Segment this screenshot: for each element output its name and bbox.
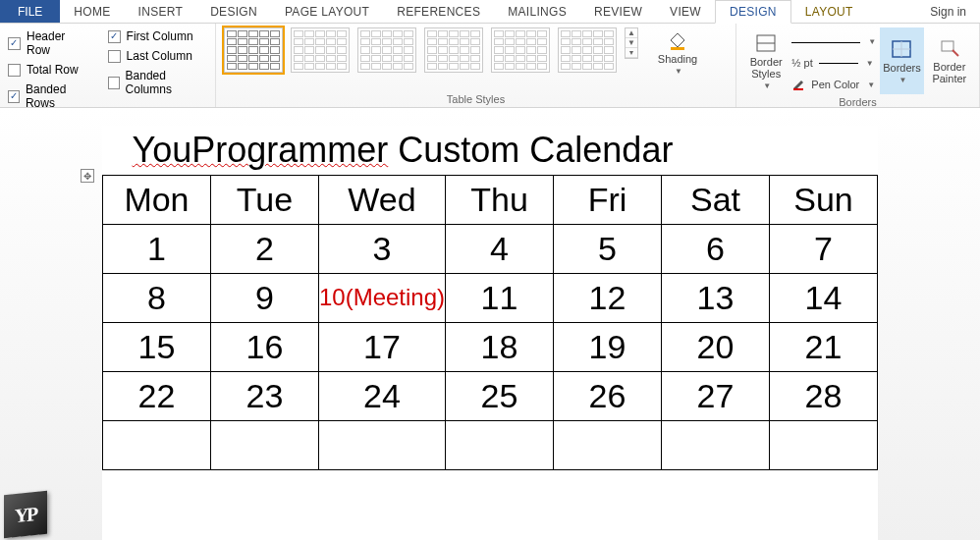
- calendar-cell[interactable]: 15: [102, 322, 210, 371]
- tab-file[interactable]: FILE: [0, 0, 60, 23]
- calendar-cell[interactable]: 4: [446, 224, 554, 273]
- calendar-cell[interactable]: [446, 420, 554, 469]
- calendar-cell[interactable]: 22: [102, 371, 210, 420]
- tab-design[interactable]: DESIGN: [196, 0, 271, 23]
- border-styles-button[interactable]: Border Styles ▼: [744, 27, 788, 94]
- calendar-cell[interactable]: 28: [770, 371, 878, 420]
- checkbox-icon: ✓: [108, 30, 121, 43]
- day-header[interactable]: Fri: [554, 175, 662, 224]
- calendar-cell[interactable]: [662, 420, 770, 469]
- calendar-cell[interactable]: 19: [554, 322, 662, 371]
- table-style-thumb[interactable]: [424, 27, 483, 73]
- calendar-cell[interactable]: 3: [318, 224, 445, 273]
- calendar-cell[interactable]: 6: [662, 224, 770, 273]
- calendar-cell[interactable]: 2: [210, 224, 318, 273]
- chk-banded-rows[interactable]: ✓ Banded Rows: [8, 82, 92, 110]
- calendar-cell-meeting[interactable]: 10(Meeting): [318, 273, 445, 322]
- painter-icon: [938, 37, 961, 59]
- group-table-styles: ▲ ▼ ▾ Shading ▼ Table Styles: [216, 24, 736, 107]
- gallery-up-icon[interactable]: ▲: [626, 28, 637, 38]
- gallery-down-icon[interactable]: ▼: [626, 38, 637, 48]
- line-sample-icon: [791, 42, 860, 46]
- calendar-cell[interactable]: 24: [318, 371, 445, 420]
- line-width-dropdown[interactable]: ½ pt ▼: [791, 53, 876, 73]
- table-style-thumb[interactable]: [491, 27, 550, 73]
- checkbox-icon: [108, 77, 120, 89]
- calendar-cell[interactable]: 18: [446, 322, 554, 371]
- chk-first-column[interactable]: ✓ First Column: [108, 29, 207, 43]
- calendar-cell[interactable]: [102, 420, 210, 469]
- btn-label: Shading: [658, 53, 697, 65]
- gallery-more-icon[interactable]: ▾: [626, 48, 637, 58]
- calendar-cell[interactable]: 12: [554, 273, 662, 322]
- line-style-dropdown[interactable]: ▼: [791, 31, 876, 51]
- chk-last-column[interactable]: Last Column: [108, 49, 207, 63]
- calendar-cell[interactable]: 16: [210, 322, 318, 371]
- sign-in-link[interactable]: Sign in: [916, 0, 980, 23]
- calendar-cell[interactable]: [318, 420, 445, 469]
- day-header[interactable]: Thu: [446, 175, 554, 224]
- calendar-cell[interactable]: 9: [210, 273, 318, 322]
- table-row: Mon Tue Wed Thu Fri Sat Sun: [102, 175, 877, 224]
- tab-insert[interactable]: INSERT: [125, 0, 197, 23]
- calendar-cell[interactable]: 21: [770, 322, 878, 371]
- tab-view[interactable]: VIEW: [656, 0, 715, 23]
- table-style-thumb[interactable]: [357, 27, 416, 73]
- chevron-down-icon: ▼: [675, 67, 682, 76]
- tab-references[interactable]: REFERENCES: [383, 0, 494, 23]
- pen-color-dropdown[interactable]: Pen Color ▼: [791, 75, 876, 94]
- calendar-cell[interactable]: [554, 420, 662, 469]
- calendar-cell[interactable]: 26: [554, 371, 662, 420]
- group-borders: Border Styles ▼ ▼ ½ pt ▼ Pen Color: [736, 24, 980, 107]
- checkbox-icon: ✓: [8, 90, 20, 103]
- calendar-cell[interactable]: 1: [102, 224, 210, 273]
- chk-banded-columns[interactable]: Banded Columns: [108, 69, 207, 96]
- checkbox-icon: ✓: [8, 37, 21, 50]
- calendar-cell[interactable]: 27: [662, 371, 770, 420]
- border-painter-button[interactable]: Border Painter: [928, 27, 971, 94]
- calendar-cell[interactable]: 20: [662, 322, 770, 371]
- table-styles-gallery: ▲ ▼ ▾: [224, 27, 638, 73]
- borders-button[interactable]: Borders ▼: [880, 27, 923, 94]
- chevron-down-icon: ▼: [868, 37, 876, 46]
- calendar-cell[interactable]: 17: [318, 322, 445, 371]
- calendar-cell[interactable]: 25: [446, 371, 554, 420]
- tab-home[interactable]: HOME: [60, 0, 124, 23]
- calendar-cell[interactable]: 13: [662, 273, 770, 322]
- width-value: ½ pt: [791, 57, 812, 69]
- table-row: 22 23 24 25 26 27 28: [102, 371, 877, 420]
- table-move-handle[interactable]: ✥: [81, 169, 94, 183]
- day-header[interactable]: Wed: [318, 175, 445, 224]
- table-row: [102, 420, 877, 469]
- calendar-cell[interactable]: 14: [770, 273, 878, 322]
- ribbon-body: ✓ Header Row Total Row ✓ Banded Rows ✓ F…: [0, 24, 980, 108]
- page: YouProgrammer Custom Calendar Mon Tue We…: [102, 126, 878, 540]
- chevron-down-icon: ▼: [899, 76, 907, 84]
- chk-header-row[interactable]: ✓ Header Row: [8, 29, 92, 57]
- calendar-cell[interactable]: 23: [210, 371, 318, 420]
- calendar-cell[interactable]: 7: [770, 224, 878, 273]
- chk-total-row[interactable]: Total Row: [8, 63, 92, 77]
- tab-table-design[interactable]: DESIGN: [715, 0, 791, 24]
- tab-review[interactable]: REVIEW: [580, 0, 656, 23]
- tab-mailings[interactable]: MAILINGS: [494, 0, 580, 23]
- tab-table-layout[interactable]: LAYOUT: [791, 0, 867, 23]
- borders-icon: [890, 38, 913, 60]
- calendar-cell[interactable]: 5: [554, 224, 662, 273]
- day-header[interactable]: Mon: [102, 175, 210, 224]
- shading-button[interactable]: Shading ▼: [652, 27, 703, 78]
- table-style-thumb[interactable]: [291, 27, 350, 73]
- day-header[interactable]: Sat: [662, 175, 770, 224]
- table-style-thumb[interactable]: [558, 27, 617, 73]
- tab-page-layout[interactable]: PAGE LAYOUT: [271, 0, 383, 23]
- calendar-cell[interactable]: [210, 420, 318, 469]
- calendar-table[interactable]: YouProgrammer Custom Calendar Mon Tue We…: [102, 126, 878, 470]
- group-label: Borders: [744, 96, 971, 108]
- table-row: 1 2 3 4 5 6 7: [102, 224, 877, 273]
- day-header[interactable]: Sun: [770, 175, 878, 224]
- calendar-cell[interactable]: [770, 420, 878, 469]
- table-style-thumb[interactable]: [224, 27, 283, 73]
- calendar-cell[interactable]: 11: [446, 273, 554, 322]
- calendar-cell[interactable]: 8: [102, 273, 210, 322]
- day-header[interactable]: Tue: [210, 175, 318, 224]
